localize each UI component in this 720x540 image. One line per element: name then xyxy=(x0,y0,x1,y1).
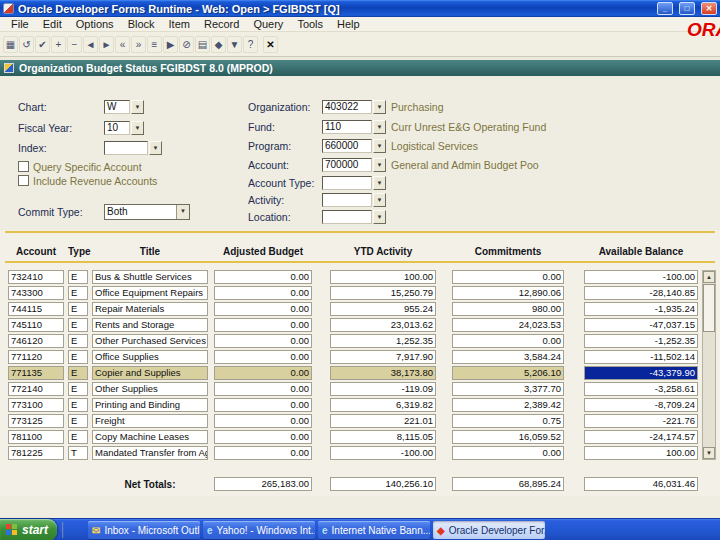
online-help-icon[interactable]: ? xyxy=(243,36,258,53)
menu-tools[interactable]: Tools xyxy=(290,17,330,32)
cell-type[interactable]: E xyxy=(68,286,88,300)
program-lov-button[interactable]: ▼ xyxy=(373,139,386,153)
scroll-down-icon[interactable]: ▼ xyxy=(703,447,715,459)
query-specific-account-checkbox[interactable] xyxy=(18,161,29,172)
cell-commitments[interactable]: 0.00 xyxy=(452,334,564,348)
cell-ytd[interactable]: 7,917.90 xyxy=(330,350,436,364)
cell-ytd[interactable]: 15,250.79 xyxy=(330,286,436,300)
program-field[interactable]: 660000 xyxy=(322,139,372,153)
cell-account[interactable]: 732410 xyxy=(8,270,64,284)
menu-edit[interactable]: Edit xyxy=(36,17,69,32)
cell-adjusted[interactable]: 0.00 xyxy=(214,366,312,380)
cell-ytd[interactable]: 8,115.05 xyxy=(330,430,436,444)
chevron-down-icon[interactable]: ▼ xyxy=(176,205,189,219)
location-lov-button[interactable]: ▼ xyxy=(373,210,386,224)
menu-block[interactable]: Block xyxy=(121,17,162,32)
cell-ytd[interactable]: -100.00 xyxy=(330,446,436,460)
cell-ytd[interactable]: 100.00 xyxy=(330,270,436,284)
activity-field[interactable] xyxy=(322,193,372,207)
cell-commitments[interactable]: 16,059.52 xyxy=(452,430,564,444)
previous-block-icon[interactable]: « xyxy=(115,36,130,53)
organization-lov-button[interactable]: ▼ xyxy=(373,100,386,114)
cell-commitments[interactable]: 0.00 xyxy=(452,446,564,460)
cell-title[interactable]: Copy Machine Leases xyxy=(92,430,208,444)
maximize-button[interactable]: □ xyxy=(679,2,695,15)
cell-commitments[interactable]: 0.00 xyxy=(452,270,564,284)
insert-record-icon[interactable]: + xyxy=(51,36,66,53)
cell-title[interactable]: Rents and Storage xyxy=(92,318,208,332)
cell-available[interactable]: -43,379.90 xyxy=(584,366,698,380)
minimize-button[interactable]: _ xyxy=(657,2,673,15)
menu-help[interactable]: Help xyxy=(330,17,367,32)
account-field[interactable]: 700000 xyxy=(322,158,372,172)
cell-type[interactable]: E xyxy=(68,414,88,428)
rollback-icon[interactable]: ↺ xyxy=(19,36,34,53)
cell-available[interactable]: -8,709.24 xyxy=(584,398,698,412)
cell-account[interactable]: 781100 xyxy=(8,430,64,444)
cell-account[interactable]: 781225 xyxy=(8,446,64,460)
menu-file[interactable]: File xyxy=(4,17,36,32)
start-button[interactable]: start xyxy=(0,519,57,540)
menu-options[interactable]: Options xyxy=(69,17,121,32)
chart-lov-button[interactable]: ▼ xyxy=(131,100,144,114)
taskbar-button-inbox-microsoft-outl[interactable]: ✉Inbox - Microsoft Outl... xyxy=(88,521,200,539)
fiscal-year-lov-button[interactable]: ▼ xyxy=(131,121,144,135)
cell-ytd[interactable]: 23,013.62 xyxy=(330,318,436,332)
cell-available[interactable]: -24,174.57 xyxy=(584,430,698,444)
cell-account[interactable]: 772140 xyxy=(8,382,64,396)
cell-adjusted[interactable]: 0.00 xyxy=(214,446,312,460)
cell-type[interactable]: E xyxy=(68,366,88,380)
cell-ytd[interactable]: 955.24 xyxy=(330,302,436,316)
cell-adjusted[interactable]: 0.00 xyxy=(214,414,312,428)
cell-commitments[interactable]: 2,389.42 xyxy=(452,398,564,412)
cell-title[interactable]: Office Supplies xyxy=(92,350,208,364)
cell-available[interactable]: -3,258.61 xyxy=(584,382,698,396)
activity-lov-button[interactable]: ▼ xyxy=(373,193,386,207)
exit-icon[interactable]: ✕ xyxy=(263,36,278,53)
organization-field[interactable]: 403022 xyxy=(322,100,372,114)
direct-access-icon[interactable]: ◆ xyxy=(211,36,226,53)
cell-available[interactable]: -47,037.15 xyxy=(584,318,698,332)
cell-type[interactable]: E xyxy=(68,302,88,316)
cell-type[interactable]: T xyxy=(68,446,88,460)
cell-type[interactable]: E xyxy=(68,382,88,396)
index-field[interactable] xyxy=(104,141,148,155)
cell-type[interactable]: E xyxy=(68,334,88,348)
menu-item[interactable]: Item xyxy=(162,17,197,32)
cell-account[interactable]: 744115 xyxy=(8,302,64,316)
cell-adjusted[interactable]: 0.00 xyxy=(214,318,312,332)
cell-ytd[interactable]: 221.01 xyxy=(330,414,436,428)
cell-ytd[interactable]: 1,252.35 xyxy=(330,334,436,348)
cell-available[interactable]: 100.00 xyxy=(584,446,698,460)
cell-title[interactable]: Bus & Shuttle Services xyxy=(92,270,208,284)
cell-type[interactable]: E xyxy=(68,350,88,364)
scroll-up-icon[interactable]: ▲ xyxy=(703,271,715,283)
cell-type[interactable]: E xyxy=(68,318,88,332)
cell-type[interactable]: E xyxy=(68,270,88,284)
next-block-icon[interactable]: » xyxy=(131,36,146,53)
scroll-thumb[interactable] xyxy=(703,284,715,332)
cell-type[interactable]: E xyxy=(68,398,88,412)
cell-ytd[interactable]: -119.09 xyxy=(330,382,436,396)
menu-record[interactable]: Record xyxy=(197,17,246,32)
account-lov-button[interactable]: ▼ xyxy=(373,158,386,172)
taskbar-button-oracle-developer-for[interactable]: ◆Oracle Developer For... xyxy=(433,521,545,539)
commit-type-select[interactable]: Both ▼ xyxy=(104,204,190,220)
cell-commitments[interactable]: 980.00 xyxy=(452,302,564,316)
cell-account[interactable]: 746120 xyxy=(8,334,64,348)
cell-available[interactable]: -1,252.35 xyxy=(584,334,698,348)
previous-record-icon[interactable]: ◄ xyxy=(83,36,98,53)
table-scrollbar[interactable]: ▲ ▼ xyxy=(702,270,716,460)
include-revenue-accounts-checkbox[interactable] xyxy=(18,175,29,186)
cell-adjusted[interactable]: 0.00 xyxy=(214,286,312,300)
cell-available[interactable]: -100.00 xyxy=(584,270,698,284)
fiscal-year-field[interactable]: 10 xyxy=(104,121,130,135)
taskbar-button-internet-native-bann[interactable]: eInternet Native Bann... xyxy=(318,521,430,539)
enter-query-icon[interactable]: ≡ xyxy=(147,36,162,53)
fund-lov-button[interactable]: ▼ xyxy=(373,120,386,134)
cell-title[interactable]: Mandated Transfer from Agency xyxy=(92,446,208,460)
cell-commitments[interactable]: 12,890.06 xyxy=(452,286,564,300)
cell-ytd[interactable]: 6,319.82 xyxy=(330,398,436,412)
cell-adjusted[interactable]: 0.00 xyxy=(214,398,312,412)
account-type-field[interactable] xyxy=(322,176,372,190)
